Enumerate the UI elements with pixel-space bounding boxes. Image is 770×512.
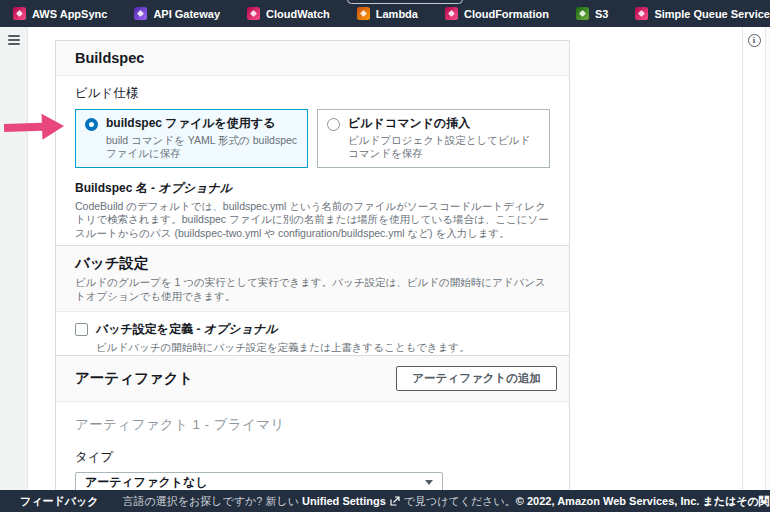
option-description: build コマンドを YAML 形式の buildspec ファイルに保存 <box>106 134 298 160</box>
unified-settings-link[interactable]: Unified Settings <box>302 495 386 507</box>
main-content: Buildspec ビルド仕様 buildspec ファイルを使用する buil… <box>28 27 742 490</box>
define-batch-description: ビルドバッチの開始時にバッチ設定を定義または上書きすることもできます。 <box>96 341 470 355</box>
option-title: buildspec ファイルを使用する <box>106 116 298 132</box>
radio-unselected-icon[interactable] <box>327 118 340 131</box>
external-link-icon <box>390 496 400 506</box>
option-use-buildspec-file[interactable]: buildspec ファイルを使用する build コマンドを YAML 形式の… <box>75 109 308 168</box>
buildspec-panel-title: Buildspec <box>75 50 144 66</box>
copyright-text: © 2022, Amazon Web Services, Inc. またはその関… <box>516 494 770 509</box>
browser-popup-remnant <box>347 0 463 4</box>
help-rail: i <box>742 27 765 490</box>
define-batch-checkbox[interactable] <box>75 323 88 336</box>
favorite-api-gateway[interactable]: API Gateway <box>134 7 220 20</box>
option-title: ビルドコマンドの挿入 <box>348 116 540 132</box>
lambda-icon <box>357 7 370 20</box>
annotation-arrow-icon <box>3 109 66 145</box>
define-batch-label: バッチ設定を定義 - オプショナル <box>96 321 470 338</box>
info-icon[interactable]: i <box>748 34 761 47</box>
chevron-down-icon <box>425 480 433 485</box>
cloudwatch-icon <box>247 7 260 20</box>
build-spec-label: ビルド仕様 <box>75 85 550 102</box>
artifact-type-label: タイプ <box>75 449 550 466</box>
page-body: Buildspec ビルド仕様 buildspec ファイルを使用する buil… <box>0 27 770 490</box>
artifacts-panel: アーティファクト アーティファクトの追加 アーティファクト 1 - プライマリ … <box>55 355 570 490</box>
buildspec-name-label: Buildspec 名 - オプショナル <box>75 180 550 197</box>
favorite-sqs[interactable]: Simple Queue Service <box>635 7 770 20</box>
batch-settings-panel: バッチ設定 ビルドのグループを 1 つの実行として実行できます。バッチ設定は、ビ… <box>55 245 570 369</box>
appsync-icon <box>13 7 26 20</box>
artifact-type-select[interactable]: アーティファクトなし <box>75 472 443 490</box>
artifact-1-primary-heading: アーティファクト 1 - プライマリ <box>75 416 550 434</box>
menu-icon[interactable] <box>8 35 20 45</box>
option-description: ビルドプロジェクト設定としてビルドコマンドを保存 <box>348 134 540 160</box>
artifacts-panel-header: アーティファクト アーティファクトの追加 <box>56 356 569 402</box>
favorite-cloudwatch[interactable]: CloudWatch <box>247 7 330 20</box>
feedback-link[interactable]: フィードバック <box>20 494 99 509</box>
favorite-cloudformation[interactable]: CloudFormation <box>445 7 549 20</box>
batch-panel-description: ビルドのグループを 1 つの実行として実行できます。バッチ設定は、ビルドの開始時… <box>75 276 550 303</box>
s3-icon <box>576 7 589 20</box>
sqs-icon <box>635 7 648 20</box>
add-artifact-button[interactable]: アーティファクトの追加 <box>396 366 557 391</box>
scrollbar[interactable] <box>765 27 770 490</box>
radio-selected-icon[interactable] <box>85 118 98 131</box>
cloudformation-icon <box>445 7 458 20</box>
buildspec-panel-header: Buildspec <box>56 41 569 76</box>
footer-bar: フィードバック 言語の選択をお探しですか? 新しい Unified Settin… <box>0 490 770 512</box>
artifact-type-value: アーティファクトなし <box>85 474 208 490</box>
favorite-s3[interactable]: S3 <box>576 7 608 20</box>
batch-panel-title: バッチ設定 <box>75 254 550 273</box>
api-gateway-icon <box>134 7 147 20</box>
artifacts-panel-title: アーティファクト <box>75 369 193 388</box>
batch-panel-header: バッチ設定 ビルドのグループを 1 つの実行として実行できます。バッチ設定は、ビ… <box>56 246 569 312</box>
favorite-appsync[interactable]: AWS AppSync <box>13 7 107 20</box>
buildspec-name-description: CodeBuild のデフォルトでは、buildspec.yml という名前のフ… <box>75 200 550 240</box>
language-settings-message: 言語の選択をお探しですか? 新しい Unified Settings で見つけて… <box>123 494 516 509</box>
option-insert-build-commands[interactable]: ビルドコマンドの挿入 ビルドプロジェクト設定としてビルドコマンドを保存 <box>317 109 550 168</box>
side-navigation-rail <box>0 27 28 490</box>
favorite-lambda[interactable]: Lambda <box>357 7 418 20</box>
favorites-bar: AWS AppSync API Gateway CloudWatch Lambd… <box>0 0 770 27</box>
